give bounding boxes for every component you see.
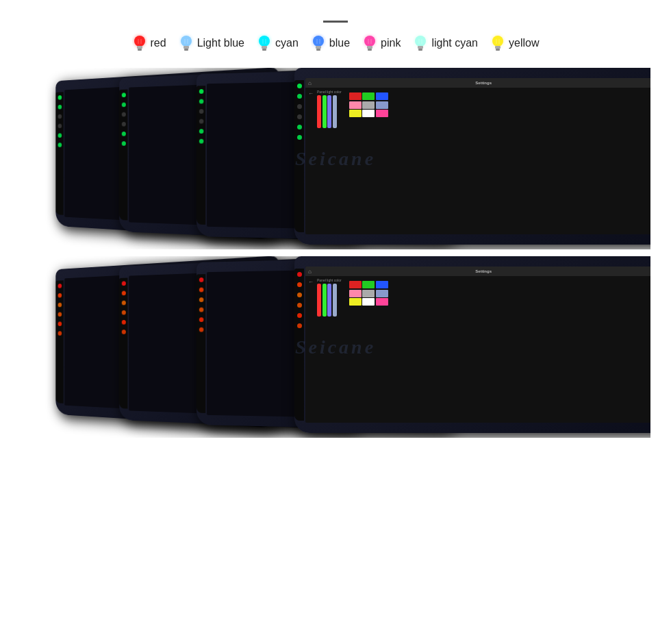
grid-cell-7[interactable]	[362, 298, 375, 306]
panel-light-section: Panel light color	[317, 278, 342, 317]
side-btn-5[interactable]	[199, 327, 203, 332]
screen-body: ←Panel light color	[305, 276, 650, 319]
color-label-6: yellow	[509, 37, 539, 49]
side-button-panel	[55, 280, 63, 404]
side-btn-2[interactable]	[121, 112, 125, 117]
color-label-3: blue	[329, 37, 350, 49]
side-btn-3[interactable]	[121, 310, 125, 315]
side-btn-1[interactable]	[121, 102, 125, 107]
side-btn-5[interactable]	[199, 139, 203, 144]
grid-cell-8[interactable]	[376, 110, 388, 117]
bulb-icon-3	[311, 34, 326, 53]
side-btn-4[interactable]	[58, 321, 62, 326]
side-btn-3[interactable]	[199, 308, 203, 312]
side-btn-4[interactable]	[58, 133, 62, 138]
screen-title: Settings	[475, 81, 492, 85]
side-btn-3[interactable]	[58, 124, 62, 129]
grid-cell-3[interactable]	[349, 101, 362, 109]
grid-cell-2[interactable]	[376, 281, 388, 288]
color-item-Light-blue: Light blue	[179, 34, 244, 53]
side-btn-4[interactable]	[199, 129, 203, 134]
side-btn-5[interactable]	[121, 141, 125, 146]
grid-cell-5[interactable]	[376, 290, 388, 297]
side-btn-2[interactable]	[199, 297, 203, 302]
side-btn-0[interactable]	[121, 92, 125, 97]
side-btn-2[interactable]	[58, 114, 62, 119]
device-body: ⌂Settings14:40←Panel light color	[294, 256, 650, 433]
grid-cell-6[interactable]	[349, 110, 362, 117]
side-btn-4[interactable]	[199, 317, 203, 322]
main-screen: ⌂Settings14:40←Panel light color	[305, 78, 650, 234]
side-btn-0[interactable]	[58, 95, 62, 100]
side-btn-1[interactable]	[199, 99, 203, 104]
side-btn-1[interactable]	[297, 94, 302, 99]
grid-cell-4[interactable]	[362, 101, 375, 109]
side-btn-0[interactable]	[199, 89, 203, 94]
side-btn-1[interactable]	[58, 105, 62, 110]
side-btn-0[interactable]	[297, 272, 302, 277]
side-button-panel	[119, 89, 127, 220]
svg-point-7	[181, 36, 192, 47]
side-btn-5[interactable]	[58, 143, 62, 147]
side-btn-2[interactable]	[297, 104, 302, 109]
side-btn-1[interactable]	[199, 288, 203, 293]
side-btn-2[interactable]	[121, 301, 125, 306]
grid-cell-5[interactable]	[376, 101, 388, 109]
side-btn-3[interactable]	[297, 114, 302, 119]
side-button-panel	[55, 92, 63, 215]
side-btn-0[interactable]	[297, 84, 302, 88]
side-btn-4[interactable]	[121, 320, 125, 325]
color-bar-1	[322, 95, 327, 128]
svg-point-19	[313, 36, 324, 47]
back-button[interactable]: ←	[308, 279, 314, 317]
side-btn-4[interactable]	[297, 125, 302, 129]
home-icon: ⌂	[308, 80, 312, 86]
side-button-panel	[119, 277, 127, 408]
bulb-icon-2	[257, 34, 272, 53]
side-btn-1[interactable]	[297, 282, 302, 287]
grid-cell-4[interactable]	[362, 290, 375, 297]
svg-point-31	[415, 36, 426, 47]
side-btn-1[interactable]	[121, 290, 125, 295]
side-btn-3[interactable]	[297, 303, 302, 308]
side-btn-4[interactable]	[297, 313, 302, 318]
bulb-icon-6	[490, 34, 505, 53]
color-bars	[317, 284, 342, 317]
grid-cell-8[interactable]	[376, 298, 388, 306]
color-label-2: cyan	[275, 37, 299, 49]
back-button[interactable]: ←	[308, 90, 314, 128]
svg-point-13	[259, 36, 270, 47]
color-item-pink: pink	[362, 34, 401, 53]
color-bar-2	[327, 95, 331, 128]
grid-cell-1[interactable]	[362, 92, 375, 100]
side-btn-2[interactable]	[199, 109, 203, 114]
side-btn-2[interactable]	[297, 293, 302, 297]
svg-rect-9	[184, 49, 188, 51]
side-btn-0[interactable]	[121, 281, 125, 286]
grid-cell-1[interactable]	[362, 281, 375, 288]
side-button-panel	[294, 80, 304, 232]
side-btn-5[interactable]	[297, 135, 302, 140]
side-btn-1[interactable]	[58, 293, 62, 298]
grid-cell-0[interactable]	[349, 92, 362, 100]
side-btn-5[interactable]	[297, 323, 302, 328]
side-button-panel	[197, 86, 205, 225]
color-item-yellow: yellow	[490, 34, 539, 53]
side-btn-5[interactable]	[58, 331, 62, 335]
side-btn-3[interactable]	[58, 312, 62, 317]
svg-rect-2	[137, 46, 142, 49]
grid-cell-2[interactable]	[376, 92, 388, 100]
grid-cell-0[interactable]	[349, 281, 362, 288]
side-btn-2[interactable]	[58, 303, 62, 308]
side-btn-3[interactable]	[199, 119, 203, 124]
side-btn-4[interactable]	[121, 132, 125, 136]
side-btn-0[interactable]	[199, 277, 203, 282]
grid-cell-7[interactable]	[362, 110, 375, 117]
grid-cell-6[interactable]	[349, 298, 362, 306]
grid-cell-3[interactable]	[349, 290, 362, 297]
color-bar-0	[317, 284, 321, 317]
side-btn-5[interactable]	[121, 330, 125, 334]
color-bar-1	[322, 284, 327, 317]
side-btn-3[interactable]	[121, 122, 125, 127]
side-btn-0[interactable]	[58, 284, 62, 288]
